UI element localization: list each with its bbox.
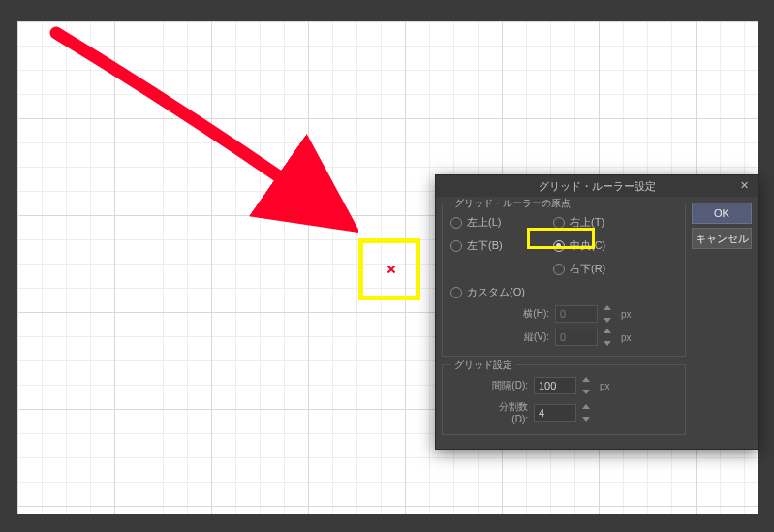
grid-group-title: グリッド設定	[450, 359, 516, 372]
radio-bottom-right[interactable]: 右下(R)	[553, 262, 640, 276]
dialog-title: グリッド・ルーラー設定	[539, 179, 656, 194]
v-input[interactable]: 0	[555, 329, 598, 346]
chevron-down-icon[interactable]	[582, 417, 590, 422]
chevron-up-icon[interactable]	[604, 329, 611, 333]
radio-icon	[450, 217, 462, 229]
chevron-up-icon[interactable]	[604, 305, 611, 310]
chevron-down-icon[interactable]	[582, 390, 590, 394]
v-spinner[interactable]	[604, 329, 613, 346]
chevron-up-icon[interactable]	[582, 377, 590, 382]
radio-icon	[553, 240, 565, 252]
radio-icon	[450, 287, 462, 298]
ok-button[interactable]: OK	[692, 203, 752, 224]
grid-ruler-settings-dialog: グリッド・ルーラー設定 ✕ グリッド・ルーラーの原点 左上(L) 右上(T)	[435, 174, 759, 450]
h-unit: px	[621, 309, 632, 320]
radio-label: 中央(C)	[570, 238, 605, 253]
grid-settings-group: グリッド設定 間隔(D): 100 px 分割数(D): 4	[442, 364, 686, 435]
chevron-up-icon[interactable]	[582, 404, 590, 409]
spacing-unit: px	[600, 381, 610, 391]
radio-top-right[interactable]: 右上(T)	[553, 215, 640, 230]
radio-icon	[553, 217, 565, 229]
divisions-spinner[interactable]	[582, 404, 592, 422]
radio-label: 左下(B)	[467, 238, 503, 253]
chevron-down-icon[interactable]	[604, 318, 611, 323]
v-unit: px	[621, 332, 632, 343]
radio-center[interactable]: 中央(C)	[553, 238, 640, 253]
v-label: 縦(V):	[509, 330, 549, 344]
radio-top-left[interactable]: 左上(L)	[450, 215, 538, 230]
radio-custom[interactable]: カスタム(O)	[450, 285, 538, 299]
radio-icon	[553, 264, 565, 275]
radio-label: カスタム(O)	[467, 285, 525, 299]
cancel-button[interactable]: キャンセル	[692, 228, 752, 249]
spacing-label: 間隔(D):	[487, 379, 528, 392]
radio-icon	[450, 240, 462, 252]
radio-label: 右上(T)	[570, 215, 604, 230]
divisions-label: 分割数(D):	[487, 400, 528, 424]
radio-bottom-left[interactable]: 左下(B)	[450, 238, 538, 253]
h-label: 横(H):	[509, 307, 549, 321]
h-input[interactable]: 0	[555, 305, 598, 323]
divisions-input[interactable]: 4	[534, 404, 576, 422]
radio-label: 右下(R)	[570, 262, 605, 276]
origin-group-title: グリッド・ルーラーの原点	[450, 197, 574, 210]
spacing-spinner[interactable]	[582, 377, 592, 394]
chevron-down-icon[interactable]	[604, 341, 611, 346]
origin-group: グリッド・ルーラーの原点 左上(L) 右上(T) 左下(B)	[442, 203, 686, 357]
h-spinner[interactable]	[604, 305, 613, 323]
radio-label: 左上(L)	[467, 215, 501, 230]
spacing-input[interactable]: 100	[534, 377, 576, 394]
dialog-titlebar[interactable]: グリッド・ルーラー設定 ✕	[436, 175, 758, 197]
close-icon[interactable]: ✕	[736, 178, 752, 194]
